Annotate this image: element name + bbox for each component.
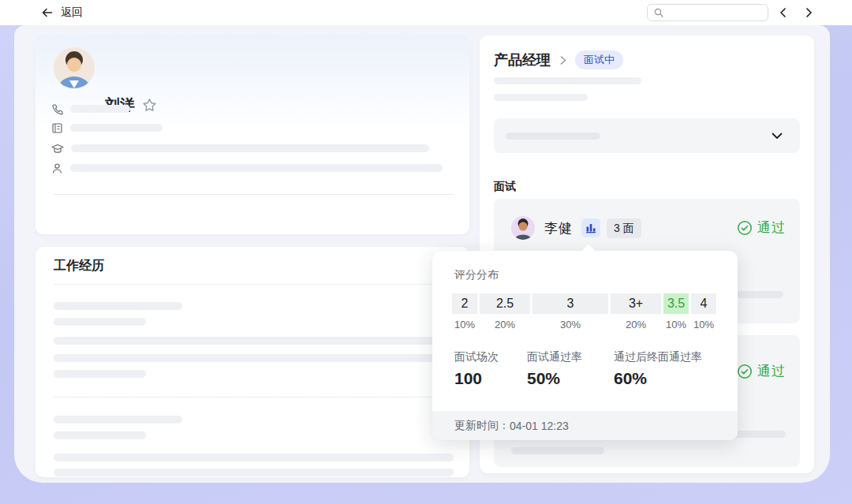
search-input[interactable] bbox=[668, 7, 755, 18]
job-title[interactable]: 产品经理 bbox=[494, 50, 551, 69]
placeholder-bar bbox=[54, 431, 146, 439]
updated-time: 04-01 12:23 bbox=[510, 420, 569, 432]
score-segment: 3 bbox=[532, 293, 608, 314]
stat-interview-count: 面试场次 100 bbox=[454, 350, 499, 388]
stat-value: 50% bbox=[527, 369, 582, 388]
popover-footer: 更新时间： 04-01 12:23 bbox=[432, 411, 738, 440]
stat-label: 面试通过率 bbox=[527, 350, 582, 364]
check-circle-icon bbox=[737, 220, 753, 236]
score-percent: 20% bbox=[611, 319, 661, 330]
dotted-divider bbox=[54, 284, 454, 285]
interviewer-avatar bbox=[511, 216, 535, 240]
back-label: 返回 bbox=[61, 6, 83, 20]
score-segment: 2.5 bbox=[480, 293, 530, 314]
person-icon bbox=[51, 162, 63, 174]
score-percent: 30% bbox=[532, 319, 608, 330]
placeholder-bar bbox=[54, 318, 146, 326]
candidate-avatar-image bbox=[54, 47, 95, 88]
placeholder-bar bbox=[54, 454, 454, 461]
score-percent: 10% bbox=[452, 319, 477, 330]
nav-forward-button[interactable] bbox=[802, 6, 816, 20]
interviewer-name: 李健 bbox=[544, 219, 573, 237]
placeholder-bar bbox=[70, 124, 163, 132]
placeholder-bar bbox=[506, 133, 600, 140]
placeholder-bar bbox=[70, 105, 130, 113]
stat-final-pass-rate: 通过后终面通过率 60% bbox=[614, 350, 702, 388]
stat-value: 60% bbox=[614, 369, 702, 388]
chevron-left-icon bbox=[778, 7, 789, 18]
stat-label: 通过后终面通过率 bbox=[614, 350, 702, 364]
chevron-right-icon bbox=[803, 7, 814, 18]
score-segment: 4 bbox=[691, 293, 716, 314]
score-segment: 3.5 bbox=[663, 293, 689, 314]
work-experience-title: 工作经历 bbox=[54, 258, 104, 274]
score-segments: 22.533+3.54 bbox=[452, 293, 716, 314]
score-distribution-popover: 评分分布 22.533+3.54 10%20%30%20%10%10% 面试场次… bbox=[432, 251, 738, 440]
score-percents: 10%20%30%20%10%10% bbox=[452, 319, 716, 330]
stat-label: 面试场次 bbox=[454, 350, 499, 364]
person-row bbox=[51, 162, 443, 174]
interviewer-avatar-image bbox=[511, 216, 535, 240]
nav-back-button[interactable] bbox=[776, 6, 790, 20]
stat-value: 100 bbox=[454, 369, 499, 388]
search-icon bbox=[654, 8, 663, 17]
interview-result: 通过 bbox=[757, 362, 786, 380]
placeholder-bar bbox=[54, 337, 454, 345]
search-box[interactable] bbox=[647, 4, 768, 21]
placeholder-bar bbox=[494, 94, 588, 101]
stat-pass-rate: 面试通过率 50% bbox=[527, 350, 582, 388]
placeholder-bar bbox=[54, 302, 182, 310]
top-bar: 返回 bbox=[0, 0, 852, 25]
updated-label: 更新时间： bbox=[454, 419, 510, 433]
collapse-section[interactable] bbox=[494, 118, 800, 153]
score-percent: 20% bbox=[480, 319, 530, 330]
score-distribution-button[interactable] bbox=[581, 218, 600, 237]
star-icon[interactable] bbox=[142, 98, 157, 113]
placeholder-bar bbox=[70, 164, 443, 172]
placeholder-bar bbox=[71, 144, 429, 152]
interview-result: 通过 bbox=[757, 218, 786, 237]
graduation-cap-icon bbox=[51, 143, 64, 155]
placeholder-bar bbox=[54, 354, 454, 362]
candidate-avatar bbox=[54, 47, 95, 88]
score-segment: 2 bbox=[452, 293, 477, 314]
resume-row bbox=[51, 122, 163, 133]
score-distribution-title: 评分分布 bbox=[454, 268, 499, 282]
phone-icon bbox=[51, 103, 63, 115]
phone-row bbox=[51, 103, 130, 114]
placeholder-bar bbox=[54, 370, 146, 378]
placeholder-bar bbox=[54, 469, 454, 476]
id-card-icon bbox=[51, 122, 63, 134]
dotted-divider bbox=[54, 397, 454, 398]
education-row bbox=[51, 143, 429, 154]
check-circle-icon bbox=[737, 364, 753, 379]
candidate-profile-card: 刘洋 附件简历 标准简历 bbox=[36, 35, 469, 234]
placeholder-bar bbox=[54, 416, 182, 424]
bar-chart-icon bbox=[585, 222, 596, 233]
back-button[interactable]: 返回 bbox=[41, 0, 83, 25]
divider bbox=[54, 194, 454, 195]
score-segment: 3+ bbox=[611, 293, 661, 314]
interview-section-label: 面试 bbox=[494, 180, 516, 194]
back-arrow-icon bbox=[41, 6, 54, 19]
work-experience-card: 工作经历 bbox=[36, 247, 469, 477]
score-percent: 10% bbox=[663, 319, 689, 330]
score-percent: 10% bbox=[691, 319, 716, 330]
placeholder-bar bbox=[494, 77, 641, 84]
status-badge: 面试中 bbox=[575, 50, 623, 69]
chevron-right-icon bbox=[558, 55, 568, 65]
chevron-down-icon[interactable] bbox=[770, 129, 784, 143]
placeholder-bar bbox=[511, 447, 604, 454]
round-badge: 3 面 bbox=[607, 218, 641, 238]
